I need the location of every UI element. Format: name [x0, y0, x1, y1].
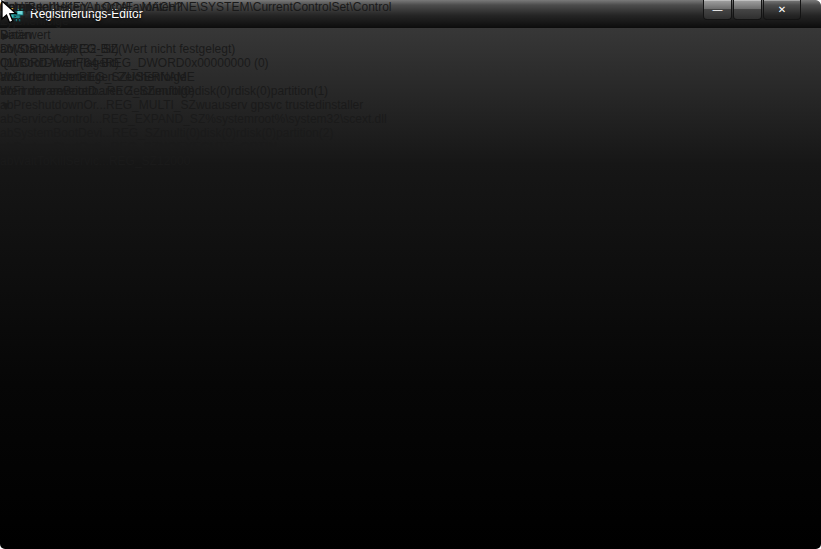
- new-value-submenu: SchlüsselZeichenfolgeBinärwertDWORD-Wert…: [0, 0, 195, 98]
- registry-value-row[interactable]: abServiceControl...REG_EXPAND_SZ%systemr…: [0, 112, 387, 126]
- reg-string-icon: ab: [0, 98, 13, 112]
- value-type: REG_SZ: [109, 154, 157, 168]
- menu-item-dword-wert-32-bit[interactable]: DWORD-Wert (32-Bit): [0, 42, 195, 56]
- registry-value-row[interactable]: abWaitToKillServic...REG_SZ12000: [0, 154, 387, 168]
- value-data: wuauserv gpsvc trustedinstaller: [196, 98, 363, 112]
- reg-string-icon: ab: [0, 112, 13, 126]
- reg-string-icon: ab: [0, 126, 13, 140]
- value-name[interactable]: WaitToKillServic...: [13, 154, 109, 168]
- value-name[interactable]: PreshutdownOr...: [13, 98, 106, 112]
- minimize-icon: —: [713, 5, 723, 15]
- value-type: REG_EXPAND_SZ: [102, 112, 205, 126]
- window-controls: — ✕: [703, 0, 801, 20]
- value-type: REG_SZ: [111, 140, 159, 154]
- tree-connector-line: [0, 460, 134, 549]
- registry-value-row[interactable]: abPreshutdownOr...REG_MULTI_SZwuauserv g…: [0, 98, 387, 112]
- maximize-button[interactable]: [733, 0, 762, 20]
- value-data: %systemroot%\system32\scext.dll: [205, 112, 386, 126]
- minimize-button[interactable]: —: [703, 0, 732, 20]
- value-data: 12000: [157, 154, 190, 168]
- reg-string-icon: ab: [0, 140, 13, 154]
- value-type: REG_SZ: [112, 126, 160, 140]
- value-data: multi(0)disk(0)rdisk(0)partition(2): [160, 126, 333, 140]
- reg-string-icon: ab: [0, 154, 13, 168]
- menu-item-schl-ssel[interactable]: Schlüssel: [0, 0, 195, 14]
- menu-item-bin-rwert[interactable]: Binärwert: [0, 28, 195, 42]
- registry-value-row[interactable]: abSystemStartOpti...REG_SZNOEXECUTE=OPTI…: [0, 140, 387, 154]
- menu-item-wert-der-erweiterbaren-zeichenfolge[interactable]: Wert der erweiterbaren Zeichenfolge: [0, 84, 195, 98]
- value-name[interactable]: SystemStartOpti...: [13, 140, 110, 154]
- close-icon: ✕: [778, 5, 786, 15]
- value-type: REG_MULTI_SZ: [106, 98, 196, 112]
- menu-item-wert-der-mehrteiligen-zeichenfolge[interactable]: Wert der mehrteiligen Zeichenfolge: [0, 70, 195, 84]
- menu-item-zeichenfolge[interactable]: Zeichenfolge: [0, 14, 195, 28]
- value-name[interactable]: ServiceControl...: [13, 112, 102, 126]
- menu-item-qword-wert-64-bit[interactable]: QWORD-Wert (64-Bit): [0, 56, 195, 70]
- value-data: 0x00000000 (0): [185, 56, 269, 70]
- value-data: NOEXECUTE=OPTIN: [159, 140, 277, 154]
- registry-value-row[interactable]: abSystemBootDevi...REG_SZmulti(0)disk(0)…: [0, 126, 387, 140]
- close-button[interactable]: ✕: [763, 0, 801, 20]
- mouse-cursor: [0, 0, 20, 26]
- value-name[interactable]: SystemBootDevi...: [13, 126, 112, 140]
